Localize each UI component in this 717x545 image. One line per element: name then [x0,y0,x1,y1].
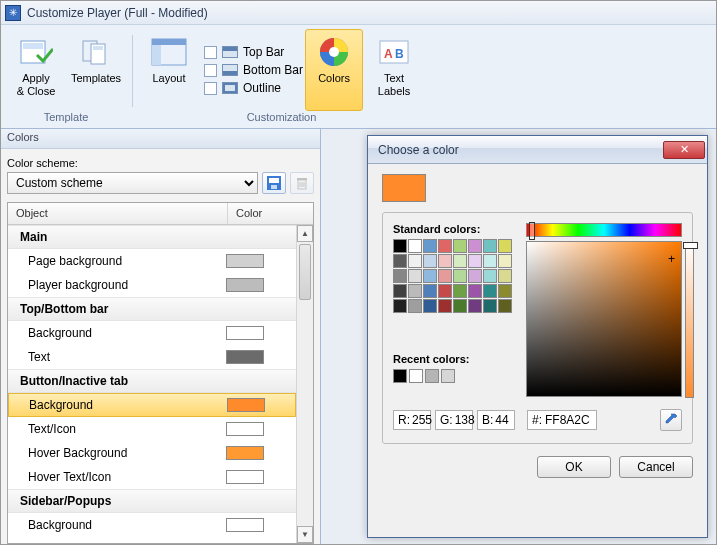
recent-color-cell[interactable] [441,369,455,383]
scroll-thumb[interactable] [299,244,311,300]
standard-color-cell[interactable] [483,299,497,313]
color-row[interactable]: Text [8,345,296,369]
standard-color-cell[interactable] [453,239,467,253]
standard-color-cell[interactable] [423,269,437,283]
color-swatch[interactable] [226,326,264,340]
standard-color-cell[interactable] [438,284,452,298]
color-swatch[interactable] [227,398,265,412]
apply-close-icon [17,34,55,70]
standard-color-cell[interactable] [453,254,467,268]
color-row[interactable]: Background [8,393,296,417]
scheme-select[interactable]: Custom scheme [7,172,258,194]
row-label: Button/Inactive tab [16,374,226,388]
standard-color-cell[interactable] [438,269,452,283]
color-row[interactable]: Hover Text/Icon [8,465,296,489]
standard-color-cell[interactable] [423,254,437,268]
standard-color-cell[interactable] [453,284,467,298]
scheme-label: Color scheme: [7,157,314,169]
colors-button[interactable]: Colors [305,29,363,111]
layout-button[interactable]: Layout [140,29,198,111]
standard-color-cell[interactable] [498,284,512,298]
standard-color-cell[interactable] [408,284,422,298]
recent-color-cell[interactable] [425,369,439,383]
standard-color-cell[interactable] [393,239,407,253]
standard-color-cell[interactable] [483,269,497,283]
standard-color-cell[interactable] [498,254,512,268]
color-row[interactable]: Background [8,321,296,345]
hue-handle[interactable] [529,222,535,240]
standard-color-cell[interactable] [483,284,497,298]
standard-color-cell[interactable] [483,239,497,253]
cancel-button[interactable]: Cancel [619,456,693,478]
text-labels-button[interactable]: AB Text Labels [365,29,423,111]
save-scheme-button[interactable] [262,172,286,194]
standard-color-cell[interactable] [408,299,422,313]
scrollbar[interactable]: ▲ ▼ [296,225,313,543]
standard-color-cell[interactable] [498,269,512,283]
standard-color-cell[interactable] [483,254,497,268]
standard-color-cell[interactable] [393,284,407,298]
standard-color-cell[interactable] [453,269,467,283]
standard-color-cell[interactable] [423,299,437,313]
hue-slider[interactable] [526,223,682,237]
standard-color-cell[interactable] [468,254,482,268]
standard-color-cell[interactable] [393,254,407,268]
color-swatch[interactable] [226,278,264,292]
color-row[interactable]: Page background [8,249,296,273]
outline-checkbox[interactable]: Outline [204,81,303,95]
eyedropper-button[interactable] [660,409,682,431]
standard-color-cell[interactable] [468,299,482,313]
close-button[interactable]: ✕ [663,141,705,159]
color-swatch[interactable] [226,446,264,460]
standard-color-cell[interactable] [438,254,452,268]
scroll-up-button[interactable]: ▲ [297,225,313,242]
standard-color-cell[interactable] [408,254,422,268]
recent-color-cell[interactable] [409,369,423,383]
color-row[interactable]: Player background [8,273,296,297]
color-swatch[interactable] [226,422,264,436]
g-input[interactable]: G:138 [435,410,473,430]
eyedropper-icon [664,413,678,427]
templates-button[interactable]: Templates [67,29,125,111]
hex-input[interactable]: #:FF8A2C [527,410,597,430]
ok-button[interactable]: OK [537,456,611,478]
standard-color-cell[interactable] [498,239,512,253]
standard-color-cell[interactable] [468,269,482,283]
bottombar-checkbox[interactable]: Bottom Bar [204,63,303,77]
recent-color-cell[interactable] [393,369,407,383]
topbar-checkbox[interactable]: Top Bar [204,45,303,59]
r-input[interactable]: R:255 [393,410,431,430]
color-swatch[interactable] [226,518,264,532]
alpha-slider[interactable] [685,242,694,398]
standard-color-cell[interactable] [453,299,467,313]
svg-rect-14 [269,178,279,183]
color-row[interactable]: Background [8,513,296,537]
standard-color-cell[interactable] [408,269,422,283]
standard-color-cell[interactable] [438,239,452,253]
colors-panel: Colors Color scheme: Custom scheme Objec… [1,129,321,544]
color-swatch[interactable] [226,470,264,484]
color-row[interactable]: Text/Icon [8,417,296,441]
color-swatch[interactable] [226,350,264,364]
standard-color-cell[interactable] [393,299,407,313]
row-label: Main [16,230,226,244]
standard-color-cell[interactable] [423,284,437,298]
color-row[interactable]: Hover Background [8,441,296,465]
standard-color-cell[interactable] [468,239,482,253]
standard-color-cell[interactable] [498,299,512,313]
standard-color-cell[interactable] [393,269,407,283]
color-swatch[interactable] [226,254,264,268]
delete-scheme-button [290,172,314,194]
b-input[interactable]: B:44 [477,410,515,430]
saturation-value-box[interactable]: + [526,241,682,397]
standard-colors-label: Standard colors: [393,223,512,235]
scroll-down-button[interactable]: ▼ [297,526,313,543]
apply-close-button[interactable]: Apply & Close [7,29,65,111]
standard-color-cell[interactable] [438,299,452,313]
row-label: Background [16,518,226,532]
alpha-handle[interactable] [683,242,698,249]
app-icon: ✳ [5,5,21,21]
standard-color-cell[interactable] [423,239,437,253]
standard-color-cell[interactable] [468,284,482,298]
standard-color-cell[interactable] [408,239,422,253]
